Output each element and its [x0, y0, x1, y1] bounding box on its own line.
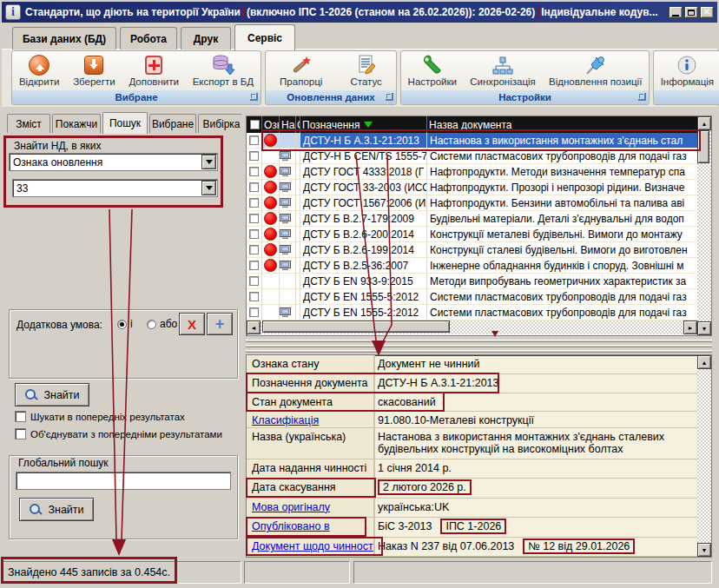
document-name-cell[interactable]: Настанова з використання монтажних з'єдн…: [427, 133, 697, 149]
scroll-down-icon[interactable]: ▼: [697, 321, 711, 335]
checkbox-merge-previous[interactable]: Об'єднувати з попередніми результатами: [15, 428, 222, 439]
scrollbar-thumb[interactable]: [262, 320, 450, 333]
left-tab-index[interactable]: Покажчи: [52, 114, 101, 133]
designation-cell[interactable]: ДСТУ Б В.2.6-200:2014: [300, 227, 427, 242]
document-name-cell[interactable]: Конструкції металеві будівельні. Вимоги …: [427, 227, 697, 242]
header-ozn[interactable]: Озн: [262, 116, 280, 133]
table-row[interactable]: ДСТУ Б EN 933-9:2015Методи випробувань г…: [247, 274, 697, 289]
tab-service[interactable]: Сервіс: [234, 24, 295, 50]
row-checkbox[interactable]: [247, 133, 262, 149]
designation-cell[interactable]: ДСТУ-Н Б CEN/TS 1555-7: [300, 149, 427, 164]
chevron-down-icon[interactable]: [201, 155, 216, 169]
designation-cell[interactable]: ДСТУ ГОСТ 1567:2006 (И: [300, 195, 427, 211]
document-name-cell[interactable]: Нафтопродукти. Бензини автомобільні та п…: [427, 195, 697, 211]
search-value-combobox[interactable]: 33: [12, 179, 218, 197]
left-tab-selection[interactable]: Вибірка: [198, 114, 241, 133]
details-link[interactable]: Документ щодо чинності: [252, 540, 375, 552]
flags-button[interactable]: Прапорці: [275, 53, 327, 88]
settings-button[interactable]: Настройки: [404, 53, 461, 88]
document-name-cell[interactable]: Будівельні матеріали. Деталі з'єднувальн…: [427, 211, 697, 227]
left-tab-contents[interactable]: Зміст: [7, 114, 50, 133]
scrollbar-thumb[interactable]: [697, 130, 709, 163]
table-row[interactable]: ДСТУ-Н Б А.3.1-21:2013Настанова з викори…: [247, 133, 697, 149]
row-checkbox[interactable]: [247, 227, 262, 242]
information-button[interactable]: Інформація: [656, 53, 718, 88]
table-row[interactable]: ДСТУ Б EN 1555-2:2012Системи пластмасови…: [247, 305, 697, 320]
document-name-cell[interactable]: Системи пластмасових трубопроводів для п…: [427, 149, 697, 164]
append-button[interactable]: Доповнити: [124, 53, 183, 88]
minimize-button[interactable]: [669, 6, 683, 18]
row-checkbox[interactable]: [247, 195, 262, 211]
table-row[interactable]: ДСТУ Б В.2.6-199:2014Конструкції сталеві…: [247, 242, 697, 258]
table-row[interactable]: ДСТУ Б EN 1555-5:2012Системи пластмасови…: [247, 289, 697, 305]
scroll-up-icon[interactable]: ▲: [697, 116, 711, 130]
designation-cell[interactable]: ДСТУ ГОСТ 33-2003 (ИСО: [300, 180, 427, 195]
global-find-button[interactable]: Знайти: [19, 498, 94, 521]
designation-cell[interactable]: ДСТУ Б EN 1555-5:2012: [300, 289, 427, 305]
tab-print[interactable]: Друк: [181, 27, 231, 50]
scroll-down-icon[interactable]: ▼: [697, 543, 711, 557]
scroll-left-icon[interactable]: ◄: [247, 320, 261, 334]
row-checkbox[interactable]: [247, 242, 262, 258]
table-row[interactable]: ДСТУ ГОСТ 4333:2018 (ГНафтопродукти. Мет…: [247, 164, 697, 180]
sync-button[interactable]: Синхронізація: [465, 53, 540, 88]
horizontal-scrollbar[interactable]: ◄ ►: [247, 320, 697, 334]
restore-position-button[interactable]: Відновлення позиції: [544, 53, 646, 88]
row-checkbox[interactable]: [247, 180, 262, 195]
row-checkbox[interactable]: [247, 274, 262, 289]
header-checkbox-cell[interactable]: [247, 116, 262, 133]
header-designation[interactable]: Позначення: [300, 116, 427, 133]
document-name-cell[interactable]: Методи випробувань геометричних характер…: [427, 274, 697, 289]
row-checkbox[interactable]: [247, 211, 262, 227]
table-row[interactable]: ДСТУ Б В.2.7-179:2009Будівельні матеріал…: [247, 211, 697, 227]
left-tab-search[interactable]: Пошук: [102, 112, 148, 134]
table-row[interactable]: ДСТУ Б В.2.6-200:2014Конструкції металев…: [247, 227, 697, 242]
chevron-down-icon[interactable]: [201, 181, 216, 195]
row-checkbox[interactable]: [247, 149, 262, 164]
panel-splitter[interactable]: [246, 338, 712, 353]
add-condition-button[interactable]: +: [207, 313, 233, 335]
document-name-cell[interactable]: Нафтопродукти. Методи визначення темпера…: [427, 164, 697, 180]
dialog-launcher-icon[interactable]: [250, 93, 258, 101]
global-search-input[interactable]: [16, 472, 231, 490]
dialog-launcher-icon[interactable]: [386, 93, 393, 101]
row-checkbox[interactable]: [247, 258, 262, 274]
radio-and[interactable]: і: [117, 318, 133, 330]
details-link[interactable]: Мова оригіналу: [252, 501, 330, 513]
document-name-cell[interactable]: Нафтопродукти. Прозорі і непрозорі рідин…: [427, 180, 697, 195]
table-row[interactable]: ДСТУ ГОСТ 1567:2006 (ИНафтопродукти. Бен…: [247, 195, 697, 211]
export-db-button[interactable]: Експорт в БД: [188, 53, 258, 88]
designation-cell[interactable]: ДСТУ Б В.2.5-36:2007: [300, 258, 427, 274]
dialog-launcher-icon[interactable]: [638, 93, 646, 101]
scroll-up-icon[interactable]: ▲: [697, 355, 711, 369]
find-button[interactable]: Знайти: [15, 383, 89, 406]
document-name-cell[interactable]: Системи пластмасових трубопроводів для п…: [427, 289, 697, 305]
maximize-button[interactable]: [684, 6, 698, 18]
row-checkbox[interactable]: [247, 305, 262, 320]
table-row[interactable]: ДСТУ Б В.2.5-36:2007Інженерне обладнання…: [247, 258, 697, 274]
tab-work[interactable]: Робота: [120, 27, 177, 50]
table-row[interactable]: ДСТУ-Н Б CEN/TS 1555-7Системи пластмасов…: [247, 149, 697, 164]
radio-or[interactable]: або: [147, 318, 177, 330]
left-tab-favorites[interactable]: Вибране: [149, 114, 196, 133]
search-field-combobox[interactable]: Ознака оновлення: [9, 153, 218, 171]
delete-condition-button[interactable]: X: [179, 313, 205, 335]
designation-cell[interactable]: ДСТУ Б В.2.6-199:2014: [300, 242, 427, 258]
close-button[interactable]: ✕: [700, 6, 714, 18]
save-button[interactable]: Зберегти: [69, 53, 119, 88]
checkbox-search-previous[interactable]: Шукати в попередніх результатах: [15, 411, 185, 422]
details-link[interactable]: Класифікація: [252, 414, 319, 426]
vertical-scrollbar[interactable]: ▲ ▼: [697, 116, 711, 335]
open-button[interactable]: Відкрити: [15, 53, 63, 88]
tab-databases[interactable]: Бази даних (БД): [12, 27, 116, 50]
table-row[interactable]: ДСТУ ГОСТ 33-2003 (ИСОНафтопродукти. Про…: [247, 180, 697, 195]
scroll-right-icon[interactable]: ►: [683, 320, 697, 334]
document-name-cell[interactable]: Системи пластмасових трубопроводів для п…: [427, 305, 697, 320]
designation-cell[interactable]: ДСТУ Б EN 1555-2:2012: [300, 305, 427, 320]
details-vertical-scrollbar[interactable]: ▲ ▼: [697, 355, 711, 557]
header-name[interactable]: Назва документа: [427, 116, 697, 133]
document-name-cell[interactable]: Інженерне обладнання будинків і споруд. …: [427, 258, 697, 274]
designation-cell[interactable]: ДСТУ Б EN 933-9:2015: [300, 274, 427, 289]
row-checkbox[interactable]: [247, 164, 262, 180]
document-name-cell[interactable]: Конструкції сталеві будівельні. Вимоги д…: [427, 242, 697, 258]
